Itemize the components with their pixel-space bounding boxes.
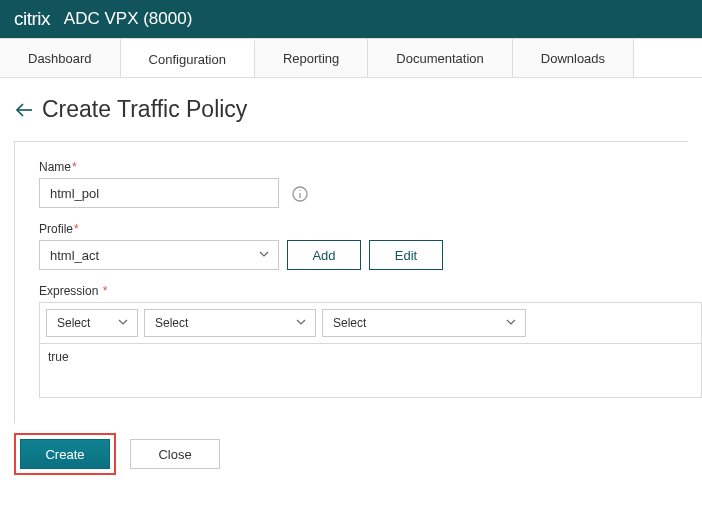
name-label: Name* (39, 160, 688, 174)
profile-select[interactable]: html_act (39, 240, 279, 270)
back-arrow-icon[interactable] (14, 100, 34, 120)
tab-configuration[interactable]: Configuration (121, 39, 255, 77)
info-icon[interactable] (291, 185, 309, 203)
brand-logo: citrix. (14, 8, 50, 30)
expression-textarea[interactable] (39, 344, 702, 398)
chevron-down-icon (295, 316, 307, 331)
product-name: ADC VPX (8000) (64, 9, 193, 29)
add-button[interactable]: Add (287, 240, 361, 270)
svg-point-2 (299, 190, 300, 191)
expression-field-row: Expression * Select Select Select (39, 284, 688, 401)
expression-selector-bar: Select Select Select (39, 302, 702, 344)
create-button[interactable]: Create (20, 439, 110, 469)
profile-select-value: html_act (50, 248, 99, 263)
chevron-down-icon (258, 248, 270, 263)
expression-select-2[interactable]: Select (144, 309, 316, 337)
top-bar: citrix. ADC VPX (8000) (0, 0, 702, 38)
form-panel: Name* Profile* html_act Add Edit Express… (14, 141, 688, 423)
tab-reporting[interactable]: Reporting (255, 39, 368, 77)
name-input[interactable] (39, 178, 279, 208)
name-field-row: Name* (39, 160, 688, 208)
tab-documentation[interactable]: Documentation (368, 39, 512, 77)
footer-buttons: Create Close (14, 433, 702, 475)
chevron-down-icon (117, 316, 129, 331)
chevron-down-icon (505, 316, 517, 331)
profile-label: Profile* (39, 222, 688, 236)
close-button[interactable]: Close (130, 439, 220, 469)
main-tabs: Dashboard Configuration Reporting Docume… (0, 38, 702, 78)
expression-select-3[interactable]: Select (322, 309, 526, 337)
profile-field-row: Profile* html_act Add Edit (39, 222, 688, 270)
page-header: Create Traffic Policy (0, 78, 702, 129)
expression-select-1[interactable]: Select (46, 309, 138, 337)
expression-label: Expression * (39, 284, 688, 298)
create-highlight: Create (14, 433, 116, 475)
edit-button[interactable]: Edit (369, 240, 443, 270)
tab-downloads[interactable]: Downloads (513, 39, 634, 77)
page-title: Create Traffic Policy (42, 96, 247, 123)
tab-dashboard[interactable]: Dashboard (0, 39, 121, 77)
